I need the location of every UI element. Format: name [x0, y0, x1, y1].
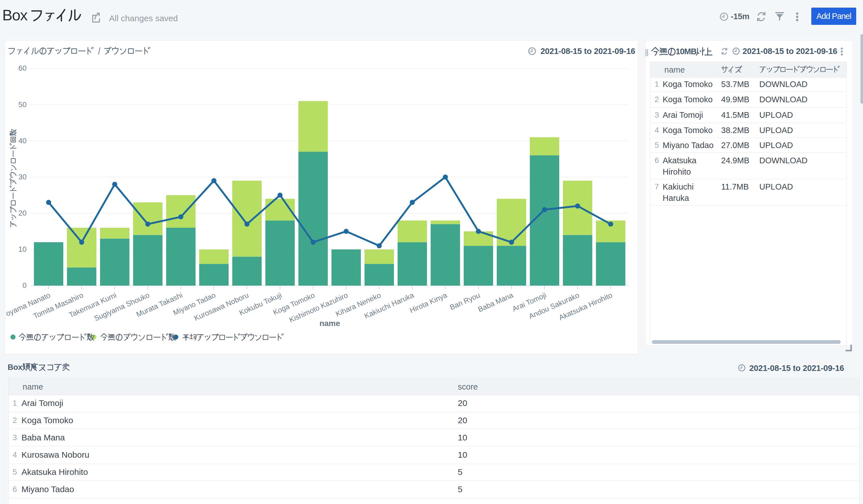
svg-text:Ban Ryou: Ban Ryou: [449, 291, 481, 312]
svg-text:name: name: [319, 319, 340, 328]
svg-text:50: 50: [18, 100, 27, 109]
svg-text:40: 40: [18, 137, 27, 145]
svg-text:Hirota Kinya: Hirota Kinya: [408, 291, 449, 315]
svg-text:Sugiyama Shouko: Sugiyama Shouko: [93, 291, 151, 323]
svg-text:Kurosawa Noboru: Kurosawa Noboru: [193, 291, 250, 322]
svg-text:0: 0: [23, 281, 27, 290]
svg-text:30: 30: [18, 173, 27, 181]
svg-text:10: 10: [18, 245, 27, 253]
svg-text:Baba Mana: Baba Mana: [477, 291, 515, 314]
svg-text:20: 20: [18, 209, 27, 217]
svg-text:60: 60: [18, 64, 27, 72]
